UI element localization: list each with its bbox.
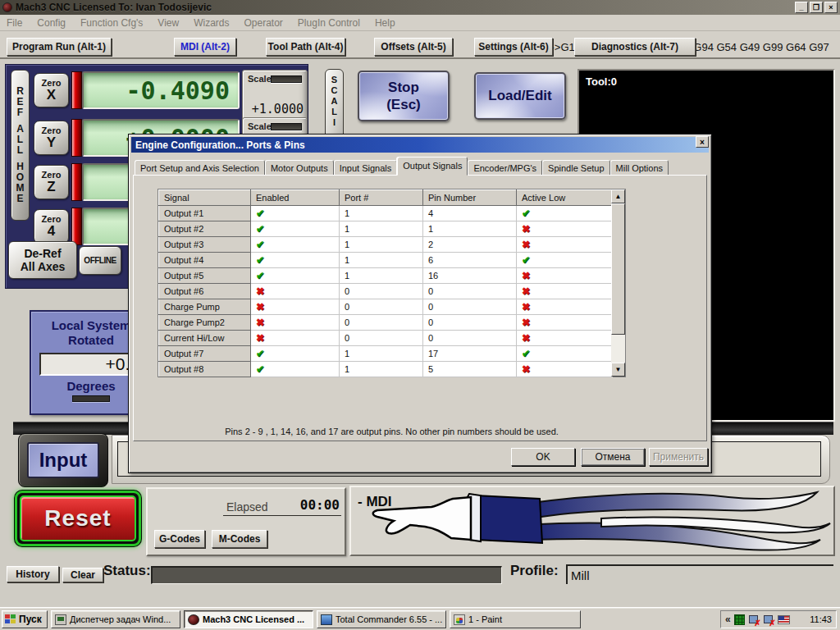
- dro-x-display[interactable]: -0.4090: [82, 71, 240, 109]
- dialog-tab-input-signals[interactable]: Input Signals: [334, 160, 398, 176]
- network-error-icon[interactable]: [763, 614, 774, 625]
- scroll-thumb[interactable]: [611, 203, 625, 335]
- enabled-cell[interactable]: ✔: [251, 253, 340, 268]
- zero-x-button[interactable]: ZeroX: [34, 73, 69, 107]
- input-button[interactable]: Input: [27, 442, 99, 478]
- screen-tab-program-run-alt-1[interactable]: Program Run (Alt-1): [7, 38, 112, 56]
- screen-tab-offsets-alt-5[interactable]: Offsets (Alt-5): [374, 38, 453, 56]
- load-edit-button[interactable]: Load/Edit: [474, 72, 566, 120]
- enabled-cell[interactable]: ✖: [251, 284, 340, 299]
- column-header-signal[interactable]: Signal: [159, 190, 251, 206]
- pin-cell[interactable]: 4: [423, 206, 517, 221]
- port-cell[interactable]: 1: [340, 346, 423, 362]
- check-icon[interactable]: ✔: [256, 223, 264, 235]
- cross-icon[interactable]: ✖: [522, 301, 530, 313]
- screen-tab-diagnostics-alt-7[interactable]: Diagnostics (Alt-7): [574, 38, 696, 56]
- gcodes-button[interactable]: G-Codes: [154, 530, 205, 548]
- port-cell[interactable]: 1: [340, 268, 423, 284]
- clear-button[interactable]: Clear: [62, 568, 103, 582]
- enabled-cell[interactable]: ✔: [251, 206, 340, 221]
- taskbar-task-total-commander-6-55[interactable]: Total Commander 6.55 - ...: [317, 610, 446, 628]
- enabled-cell[interactable]: ✖: [251, 331, 340, 346]
- pin-cell[interactable]: 6: [423, 253, 517, 268]
- column-header-active-low[interactable]: Active Low: [517, 190, 613, 206]
- offline-button[interactable]: OFFLINE: [79, 246, 121, 275]
- check-icon[interactable]: ✔: [256, 270, 264, 281]
- dialog-tab-encoder-mpg-s[interactable]: Encoder/MPG's: [468, 160, 542, 176]
- scale-slider[interactable]: [271, 75, 302, 83]
- dialog-tab-motor-outputs[interactable]: Motor Outputs: [265, 160, 334, 176]
- active-low-cell[interactable]: ✔: [517, 206, 613, 221]
- cross-icon[interactable]: ✖: [522, 363, 530, 375]
- enabled-cell[interactable]: ✔: [251, 362, 340, 377]
- pin-cell[interactable]: 0: [423, 299, 517, 315]
- check-icon[interactable]: ✔: [256, 363, 264, 375]
- active-low-cell[interactable]: ✔: [517, 253, 613, 268]
- active-low-cell[interactable]: ✖: [517, 362, 613, 377]
- column-header-port[interactable]: Port #: [340, 190, 423, 206]
- menu-plugin-control[interactable]: PlugIn Control: [298, 17, 360, 29]
- taskbar-task-wind[interactable]: Диспетчер задач Wind...: [51, 610, 180, 628]
- cross-icon[interactable]: ✖: [256, 301, 264, 313]
- pin-cell[interactable]: 0: [423, 331, 517, 346]
- port-cell[interactable]: 1: [340, 253, 423, 268]
- screen-tab-settings-alt-6[interactable]: Settings (Alt-6): [474, 38, 553, 56]
- dialog-tab-mill-options[interactable]: Mill Options: [610, 160, 669, 176]
- dialog-tab-spindle-setup[interactable]: Spindle Setup: [542, 160, 610, 176]
- menu-file[interactable]: File: [7, 17, 22, 29]
- ref-all-home-button[interactable]: REFALLHOME: [11, 70, 30, 221]
- pin-cell[interactable]: 0: [423, 284, 517, 299]
- check-icon[interactable]: ✔: [256, 254, 264, 266]
- menu-operator[interactable]: Operator: [244, 17, 283, 29]
- taskbar-task-1-paint[interactable]: 1 - Paint: [450, 610, 581, 628]
- port-cell[interactable]: 0: [340, 331, 423, 346]
- menu-function-cfg-s[interactable]: Function Cfg's: [80, 17, 143, 29]
- cross-icon[interactable]: ✖: [256, 332, 264, 344]
- cancel-button[interactable]: Отмена: [581, 448, 645, 466]
- table-scrollbar[interactable]: ▲ ▼: [611, 189, 625, 377]
- network-error-icon[interactable]: [748, 614, 760, 625]
- screen-tab-tool-path-alt-4[interactable]: Tool Path (Alt-4): [266, 38, 345, 56]
- deref-all-axes-button[interactable]: De-Ref All Axes: [8, 241, 77, 279]
- pin-cell[interactable]: 0: [423, 315, 517, 331]
- zero-z-button[interactable]: ZeroZ: [34, 165, 69, 199]
- tray-overflow-icon[interactable]: «: [725, 614, 731, 625]
- port-cell[interactable]: 1: [340, 362, 423, 377]
- enabled-cell[interactable]: ✔: [251, 346, 340, 362]
- mcodes-button[interactable]: M-Codes: [212, 530, 267, 548]
- port-cell[interactable]: 1: [340, 206, 423, 221]
- keyboard-layout-flag-icon[interactable]: [778, 615, 790, 624]
- menu-config[interactable]: Config: [37, 17, 66, 29]
- port-cell[interactable]: 0: [340, 315, 423, 331]
- taskbar-task-mach3-cnc-licensed[interactable]: Mach3 CNC Licensed ...: [184, 610, 313, 628]
- port-cell[interactable]: 1: [340, 221, 423, 237]
- pin-cell[interactable]: 2: [423, 237, 517, 253]
- cross-icon[interactable]: ✖: [522, 223, 530, 235]
- active-low-cell[interactable]: ✖: [517, 315, 613, 331]
- pin-cell[interactable]: 17: [423, 346, 517, 362]
- check-icon[interactable]: ✔: [522, 254, 530, 266]
- lan-status-icon[interactable]: [734, 614, 745, 625]
- cross-icon[interactable]: ✖: [522, 332, 530, 344]
- port-cell[interactable]: 0: [340, 299, 423, 315]
- active-low-cell[interactable]: ✖: [517, 221, 613, 237]
- dialog-tab-port-setup-and-axis-selection[interactable]: Port Setup and Axis Selection: [135, 160, 265, 176]
- minimize-icon[interactable]: _: [795, 2, 808, 13]
- check-icon[interactable]: ✔: [256, 239, 264, 250]
- stop-button[interactable]: Stop (Esc): [358, 71, 450, 121]
- cross-icon[interactable]: ✖: [256, 285, 264, 297]
- cross-icon[interactable]: ✖: [522, 317, 530, 328]
- zero-4-button[interactable]: Zero4: [34, 209, 69, 244]
- enabled-cell[interactable]: ✖: [251, 315, 340, 331]
- dialog-titlebar[interactable]: Engine Configuration... Ports & Pins: [131, 137, 709, 153]
- screen-tab-mdi-alt-2[interactable]: MDI (Alt-2): [174, 38, 236, 56]
- menu-wizards[interactable]: Wizards: [194, 17, 229, 29]
- close-icon[interactable]: ×: [824, 2, 838, 13]
- column-header-enabled[interactable]: Enabled: [251, 190, 340, 206]
- column-header-pin-number[interactable]: Pin Number: [423, 190, 517, 206]
- check-icon[interactable]: ✔: [256, 348, 264, 359]
- port-cell[interactable]: 0: [340, 284, 423, 299]
- dialog-close-icon[interactable]: ×: [696, 136, 709, 148]
- pin-cell[interactable]: 16: [423, 268, 517, 284]
- active-low-cell[interactable]: ✖: [517, 331, 613, 346]
